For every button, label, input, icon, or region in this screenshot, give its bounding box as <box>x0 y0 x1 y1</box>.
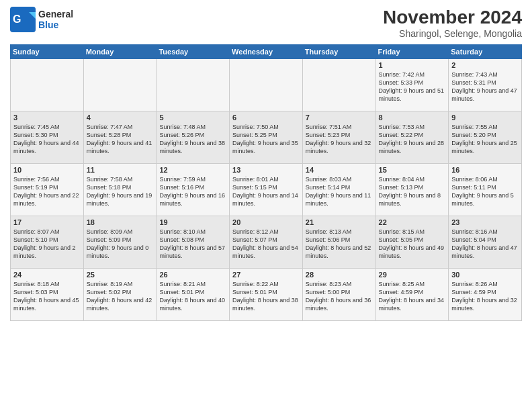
calendar-week-row: 17Sunrise: 8:07 AM Sunset: 5:10 PM Dayli… <box>11 216 522 269</box>
calendar-cell: 2Sunrise: 7:43 AM Sunset: 5:31 PM Daylig… <box>449 59 522 111</box>
header-sunday: Sunday <box>11 45 84 59</box>
calendar-cell: 9Sunrise: 7:55 AM Sunset: 5:20 PM Daylig… <box>449 111 522 164</box>
calendar-header-row: Sunday Monday Tuesday Wednesday Thursday… <box>11 45 522 59</box>
calendar-cell <box>157 59 230 111</box>
location: Sharingol, Selenge, Mongolia <box>383 28 522 39</box>
day-info: Sunrise: 7:48 AM Sunset: 5:26 PM Dayligh… <box>159 123 226 156</box>
day-info: Sunrise: 7:47 AM Sunset: 5:28 PM Dayligh… <box>87 123 154 156</box>
day-info: Sunrise: 8:19 AM Sunset: 5:02 PM Dayligh… <box>87 280 154 313</box>
calendar-cell: 18Sunrise: 8:09 AM Sunset: 5:09 PM Dayli… <box>83 216 157 269</box>
calendar-cell: 24Sunrise: 8:18 AM Sunset: 5:03 PM Dayli… <box>11 269 84 321</box>
day-number: 21 <box>306 218 373 226</box>
day-number: 19 <box>159 218 226 226</box>
page: G General Blue November 2024 Sharingol, … <box>0 0 532 411</box>
calendar-cell: 27Sunrise: 8:22 AM Sunset: 5:01 PM Dayli… <box>230 269 303 321</box>
logo: G General Blue <box>10 7 73 32</box>
calendar-cell: 21Sunrise: 8:13 AM Sunset: 5:06 PM Dayli… <box>302 216 375 269</box>
day-info: Sunrise: 8:21 AM Sunset: 5:01 PM Dayligh… <box>159 280 226 313</box>
header-thursday: Thursday <box>302 45 375 59</box>
calendar-cell: 29Sunrise: 8:25 AM Sunset: 4:59 PM Dayli… <box>375 269 449 321</box>
calendar-cell: 7Sunrise: 7:51 AM Sunset: 5:23 PM Daylig… <box>302 111 375 164</box>
calendar-week-row: 10Sunrise: 7:56 AM Sunset: 5:19 PM Dayli… <box>11 164 522 216</box>
calendar-cell: 20Sunrise: 8:12 AM Sunset: 5:07 PM Dayli… <box>230 216 303 269</box>
calendar-cell: 28Sunrise: 8:23 AM Sunset: 5:00 PM Dayli… <box>302 269 375 321</box>
day-number: 20 <box>232 218 300 226</box>
day-info: Sunrise: 7:53 AM Sunset: 5:22 PM Dayligh… <box>379 123 446 156</box>
logo-blue: Blue <box>38 19 73 30</box>
svg-text:G: G <box>13 13 21 25</box>
day-info: Sunrise: 7:55 AM Sunset: 5:20 PM Dayligh… <box>451 123 519 156</box>
header-tuesday: Tuesday <box>157 45 230 59</box>
calendar-week-row: 24Sunrise: 8:18 AM Sunset: 5:03 PM Dayli… <box>11 269 522 321</box>
title-block: November 2024 Sharingol, Selenge, Mongol… <box>383 7 522 39</box>
day-number: 27 <box>232 271 300 279</box>
day-info: Sunrise: 8:25 AM Sunset: 4:59 PM Dayligh… <box>379 280 446 313</box>
day-info: Sunrise: 8:22 AM Sunset: 5:01 PM Dayligh… <box>232 280 300 313</box>
day-info: Sunrise: 7:42 AM Sunset: 5:33 PM Dayligh… <box>379 71 446 103</box>
day-info: Sunrise: 8:26 AM Sunset: 4:59 PM Dayligh… <box>451 280 519 313</box>
day-number: 9 <box>451 113 519 122</box>
day-number: 16 <box>451 166 519 174</box>
day-number: 12 <box>159 166 226 174</box>
day-info: Sunrise: 8:01 AM Sunset: 5:15 PM Dayligh… <box>232 175 300 208</box>
day-number: 4 <box>87 113 154 122</box>
calendar-cell: 19Sunrise: 8:10 AM Sunset: 5:08 PM Dayli… <box>157 216 230 269</box>
calendar-table: Sunday Monday Tuesday Wednesday Thursday… <box>10 44 522 321</box>
day-number: 3 <box>13 113 81 122</box>
calendar-cell: 12Sunrise: 7:59 AM Sunset: 5:16 PM Dayli… <box>157 164 230 216</box>
header-saturday: Saturday <box>449 45 522 59</box>
day-number: 8 <box>379 113 446 122</box>
calendar-cell: 6Sunrise: 7:50 AM Sunset: 5:25 PM Daylig… <box>230 111 303 164</box>
calendar-cell: 14Sunrise: 8:03 AM Sunset: 5:14 PM Dayli… <box>302 164 375 216</box>
logo-general: General <box>38 9 73 19</box>
calendar-cell <box>11 59 84 111</box>
header: G General Blue November 2024 Sharingol, … <box>10 7 522 39</box>
day-info: Sunrise: 8:09 AM Sunset: 5:09 PM Dayligh… <box>87 228 154 261</box>
day-number: 24 <box>13 271 81 279</box>
calendar-cell: 3Sunrise: 7:45 AM Sunset: 5:30 PM Daylig… <box>11 111 84 164</box>
calendar-cell: 17Sunrise: 8:07 AM Sunset: 5:10 PM Dayli… <box>11 216 84 269</box>
day-info: Sunrise: 8:18 AM Sunset: 5:03 PM Dayligh… <box>13 280 81 313</box>
month-title: November 2024 <box>383 7 522 28</box>
day-info: Sunrise: 7:58 AM Sunset: 5:18 PM Dayligh… <box>87 175 154 208</box>
day-number: 6 <box>232 113 300 122</box>
day-number: 30 <box>451 271 519 279</box>
day-number: 22 <box>379 218 446 226</box>
calendar-week-row: 3Sunrise: 7:45 AM Sunset: 5:30 PM Daylig… <box>11 111 522 164</box>
day-info: Sunrise: 7:45 AM Sunset: 5:30 PM Dayligh… <box>13 123 81 156</box>
day-number: 2 <box>451 61 519 69</box>
calendar-cell: 22Sunrise: 8:15 AM Sunset: 5:05 PM Dayli… <box>375 216 449 269</box>
day-info: Sunrise: 8:03 AM Sunset: 5:14 PM Dayligh… <box>306 175 373 208</box>
calendar-cell: 23Sunrise: 8:16 AM Sunset: 5:04 PM Dayli… <box>449 216 522 269</box>
logo-icon: G <box>10 7 36 32</box>
day-info: Sunrise: 8:16 AM Sunset: 5:04 PM Dayligh… <box>451 228 519 261</box>
day-number: 10 <box>13 166 81 174</box>
day-number: 5 <box>159 113 226 122</box>
header-wednesday: Wednesday <box>230 45 303 59</box>
day-info: Sunrise: 8:07 AM Sunset: 5:10 PM Dayligh… <box>13 228 81 261</box>
day-number: 28 <box>306 271 373 279</box>
day-info: Sunrise: 8:23 AM Sunset: 5:00 PM Dayligh… <box>306 280 373 313</box>
calendar-cell <box>230 59 303 111</box>
calendar-cell: 13Sunrise: 8:01 AM Sunset: 5:15 PM Dayli… <box>230 164 303 216</box>
calendar-cell: 10Sunrise: 7:56 AM Sunset: 5:19 PM Dayli… <box>11 164 84 216</box>
calendar-cell: 25Sunrise: 8:19 AM Sunset: 5:02 PM Dayli… <box>83 269 157 321</box>
calendar-cell: 11Sunrise: 7:58 AM Sunset: 5:18 PM Dayli… <box>83 164 157 216</box>
day-number: 29 <box>379 271 446 279</box>
day-info: Sunrise: 8:04 AM Sunset: 5:13 PM Dayligh… <box>379 175 446 208</box>
day-number: 7 <box>306 113 373 122</box>
calendar-cell: 1Sunrise: 7:42 AM Sunset: 5:33 PM Daylig… <box>375 59 449 111</box>
calendar-cell: 5Sunrise: 7:48 AM Sunset: 5:26 PM Daylig… <box>157 111 230 164</box>
header-monday: Monday <box>83 45 157 59</box>
day-info: Sunrise: 8:06 AM Sunset: 5:11 PM Dayligh… <box>451 175 519 208</box>
day-info: Sunrise: 7:59 AM Sunset: 5:16 PM Dayligh… <box>159 175 226 208</box>
calendar-cell: 8Sunrise: 7:53 AM Sunset: 5:22 PM Daylig… <box>375 111 449 164</box>
calendar-cell: 26Sunrise: 8:21 AM Sunset: 5:01 PM Dayli… <box>157 269 230 321</box>
day-info: Sunrise: 8:12 AM Sunset: 5:07 PM Dayligh… <box>232 228 300 261</box>
day-number: 1 <box>379 61 446 69</box>
day-number: 23 <box>451 218 519 226</box>
calendar-cell: 4Sunrise: 7:47 AM Sunset: 5:28 PM Daylig… <box>83 111 157 164</box>
calendar-week-row: 1Sunrise: 7:42 AM Sunset: 5:33 PM Daylig… <box>11 59 522 111</box>
calendar-cell <box>83 59 157 111</box>
day-info: Sunrise: 7:56 AM Sunset: 5:19 PM Dayligh… <box>13 175 81 208</box>
